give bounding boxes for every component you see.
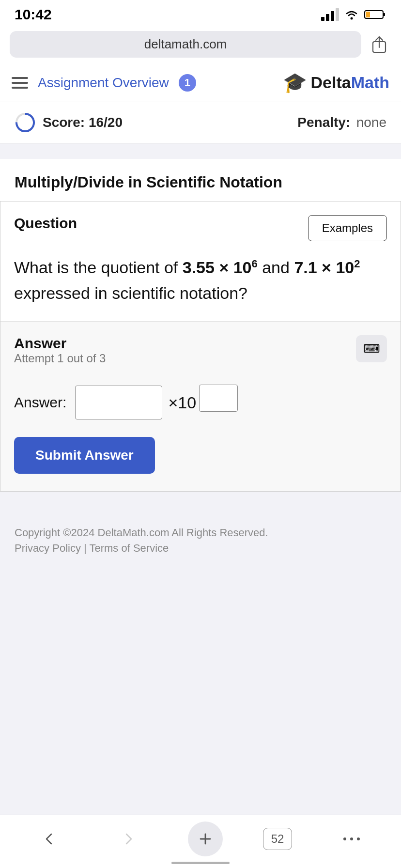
question-label: Question	[14, 215, 77, 232]
share-button[interactable]	[367, 32, 391, 57]
logo-delta: Delta	[311, 73, 351, 92]
url-bar[interactable]: deltamath.com	[10, 31, 361, 58]
answer-input-row: Answer: ×10	[14, 386, 387, 419]
logo-math: Math	[351, 73, 389, 92]
url-text: deltamath.com	[144, 37, 227, 52]
exponent-input[interactable]	[199, 385, 238, 412]
terms-of-service-link[interactable]: Terms of Service	[89, 542, 169, 554]
deltamath-logo: 🎓 DeltaMath	[283, 71, 389, 94]
answer-prefix: Answer:	[14, 394, 66, 411]
back-button[interactable]	[30, 824, 69, 853]
logo-text: DeltaMath	[311, 73, 389, 92]
assignment-badge: 1	[179, 74, 196, 92]
mantissa-input[interactable]	[75, 386, 162, 419]
footer: Copyright ©2024 DeltaMath.com All Rights…	[0, 499, 401, 569]
svg-point-9	[357, 837, 360, 840]
browser-bar: deltamath.com	[0, 26, 401, 63]
examples-button[interactable]: Examples	[308, 215, 387, 241]
submit-answer-button[interactable]: Submit Answer	[14, 437, 155, 474]
penalty-value: none	[356, 115, 386, 130]
answer-section: Answer Attempt 1 out of 3 ⌨ Answer: ×10 …	[0, 321, 401, 491]
divider-1	[0, 143, 401, 159]
wifi-icon	[344, 9, 359, 20]
section-title-container: Multiply/Divide in Scientific Notation	[0, 159, 401, 201]
signal-icon	[321, 8, 339, 21]
separator: |	[84, 542, 89, 554]
status-bar: 10:42	[0, 0, 401, 26]
assignment-overview-link[interactable]: Assignment Overview	[38, 75, 169, 91]
divider-2	[0, 492, 401, 499]
attempt-text: Attempt 1 out of 3	[14, 352, 106, 365]
score-display: Score: 16/20	[43, 115, 123, 130]
nav-bar: Assignment Overview 1 🎓 DeltaMath	[0, 63, 401, 102]
svg-rect-2	[383, 13, 385, 16]
footer-links[interactable]: Privacy Policy | Terms of Service	[15, 542, 386, 555]
score-progress-icon	[15, 112, 36, 133]
question-body: What is the quotient of 3.55 × 106 and 7…	[0, 241, 401, 321]
forward-button[interactable]	[109, 824, 148, 853]
answer-header: Answer Attempt 1 out of 3 ⌨	[14, 335, 387, 383]
more-button[interactable]	[332, 824, 371, 853]
section-title: Multiply/Divide in Scientific Notation	[15, 173, 386, 191]
battery-icon	[364, 9, 386, 20]
svg-rect-3	[366, 12, 370, 17]
new-tab-button[interactable]	[188, 822, 223, 856]
question-header: Question Examples	[0, 202, 401, 241]
answer-label-group: Answer Attempt 1 out of 3	[14, 335, 106, 383]
score-section: Score: 16/20	[15, 112, 123, 133]
svg-point-8	[350, 837, 353, 840]
keyboard-button[interactable]: ⌨	[356, 335, 387, 362]
keyboard-icon: ⌨	[363, 342, 380, 356]
home-indicator	[171, 862, 230, 864]
question-card: Question Examples What is the quotient o…	[0, 201, 401, 492]
footer-copyright: Copyright ©2024 DeltaMath.com All Rights…	[15, 524, 386, 542]
status-time: 10:42	[15, 6, 52, 23]
graduation-cap-icon: 🎓	[283, 71, 307, 94]
svg-point-0	[351, 17, 353, 20]
score-bar: Score: 16/20 Penalty: none	[0, 102, 401, 143]
times-10-symbol: ×10	[168, 393, 196, 412]
penalty-section: Penalty: none	[297, 115, 386, 130]
status-icons	[321, 8, 386, 21]
exponent-wrapper	[199, 393, 238, 412]
tabs-button[interactable]: 52	[263, 828, 293, 850]
answer-label: Answer	[14, 335, 106, 352]
question-text-part1: What is the quotient of 3.55 × 106 and 7…	[14, 258, 360, 302]
privacy-policy-link[interactable]: Privacy Policy	[15, 542, 81, 554]
bottom-toolbar: 52	[0, 815, 401, 868]
main-content: Score: 16/20 Penalty: none Multiply/Divi…	[0, 102, 401, 627]
penalty-label: Penalty:	[297, 115, 350, 130]
svg-point-7	[343, 837, 346, 840]
hamburger-menu[interactable]	[12, 77, 28, 89]
